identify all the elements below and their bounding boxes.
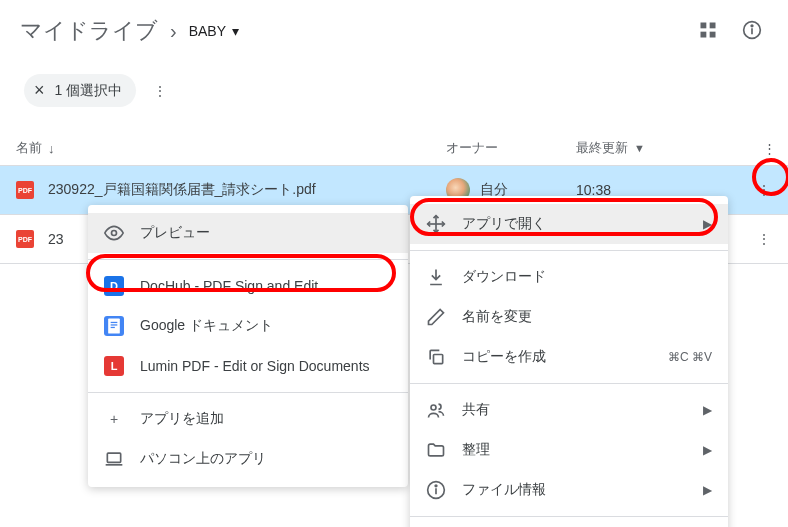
menu-app-item[interactable]: Google ドキュメント: [88, 306, 408, 346]
row-more-icon[interactable]: ⋮: [752, 227, 776, 251]
divider: [88, 259, 408, 260]
svg-point-7: [112, 231, 117, 236]
file-name-cell: PDF 230922_戸籍国籍関係届書_請求シート.pdf: [16, 181, 446, 199]
th-name-label: 名前: [16, 139, 42, 157]
menu-trash[interactable]: ゴミ箱に移動: [410, 523, 728, 527]
info-icon: [426, 480, 446, 500]
divider: [410, 516, 728, 517]
svg-point-17: [431, 405, 436, 410]
svg-point-20: [435, 485, 437, 487]
th-actions[interactable]: ⋮: [726, 139, 786, 157]
plus-icon: +: [104, 409, 124, 429]
menu-label: Google ドキュメント: [140, 317, 392, 335]
svg-rect-16: [434, 355, 443, 364]
menu-label: ファイル情報: [462, 481, 687, 499]
dropdown-caret-icon: ▾: [232, 23, 239, 39]
svg-rect-3: [710, 32, 716, 38]
eye-icon: [104, 223, 124, 243]
selection-bar: × 1 個選択中 ⋮: [0, 66, 788, 115]
menu-share[interactable]: 共有 ▶: [410, 390, 728, 430]
breadcrumb: マイドライブ › BABY ▾: [0, 0, 788, 62]
menu-label: コピーを作成: [462, 348, 652, 366]
pdf-icon: PDF: [16, 230, 34, 248]
arrow-down-icon: ↓: [48, 141, 55, 156]
file-name: 23: [48, 231, 64, 247]
table-header: 名前 ↓ オーナー 最終更新 ▼ ⋮: [0, 131, 788, 166]
copy-icon: [426, 347, 446, 367]
chevron-right-icon: ▶: [703, 217, 712, 231]
laptop-icon: [104, 449, 124, 469]
file-name: 230922_戸籍国籍関係届書_請求シート.pdf: [48, 181, 316, 199]
row-more-icon[interactable]: ⋮: [752, 178, 776, 202]
move-icon: [426, 214, 446, 234]
menu-file-info[interactable]: ファイル情報 ▶: [410, 470, 728, 510]
menu-rename[interactable]: 名前を変更: [410, 297, 728, 337]
menu-add-app[interactable]: + アプリを追加: [88, 399, 408, 439]
selection-chip: × 1 個選択中: [24, 74, 136, 107]
breadcrumb-current[interactable]: BABY ▾: [189, 23, 239, 39]
share-icon: [426, 400, 446, 420]
svg-rect-8: [108, 319, 120, 334]
menu-app-item[interactable]: DDocHub - PDF Sign and Edit: [88, 266, 408, 306]
download-icon: [426, 267, 446, 287]
menu-open-with[interactable]: アプリで開く ▶: [410, 204, 728, 244]
chevron-right-icon: ▶: [703, 443, 712, 457]
th-modified[interactable]: 最終更新 ▼: [576, 139, 726, 157]
th-name[interactable]: 名前 ↓: [16, 139, 446, 157]
chevron-right-icon: ▶: [703, 483, 712, 497]
context-menu: アプリで開く ▶ ダウンロード 名前を変更 コピーを作成 ⌘C ⌘V 共有 ▶ …: [410, 196, 728, 527]
menu-label: ダウンロード: [462, 268, 712, 286]
pencil-icon: [426, 307, 446, 327]
info-icon[interactable]: [740, 18, 764, 42]
header-actions: [696, 18, 764, 42]
menu-label: 共有: [462, 401, 687, 419]
menu-label: 整理: [462, 441, 687, 459]
menu-desktop-app[interactable]: パソコン上のアプリ: [88, 439, 408, 479]
open-with-submenu: プレビュー DDocHub - PDF Sign and EditGoogle …: [88, 205, 408, 487]
svg-rect-2: [701, 32, 707, 38]
svg-rect-12: [107, 453, 120, 462]
breadcrumb-current-label: BABY: [189, 23, 226, 39]
th-owner[interactable]: オーナー: [446, 139, 576, 157]
menu-organize[interactable]: 整理 ▶: [410, 430, 728, 470]
menu-label: 名前を変更: [462, 308, 712, 326]
divider: [88, 392, 408, 393]
divider: [410, 383, 728, 384]
menu-download[interactable]: ダウンロード: [410, 257, 728, 297]
menu-label: パソコン上のアプリ: [140, 450, 392, 468]
menu-label: アプリを追加: [140, 410, 392, 428]
svg-rect-10: [111, 324, 118, 325]
svg-rect-11: [111, 327, 115, 328]
menu-copy[interactable]: コピーを作成 ⌘C ⌘V: [410, 337, 728, 377]
divider: [410, 250, 728, 251]
folder-icon: [426, 440, 446, 460]
close-icon[interactable]: ×: [34, 80, 45, 101]
more-vert-icon[interactable]: ⋮: [148, 79, 172, 103]
svg-rect-9: [111, 322, 118, 323]
th-modified-label: 最終更新: [576, 139, 628, 157]
keyboard-shortcut: ⌘C ⌘V: [668, 350, 712, 364]
pdf-icon: PDF: [16, 181, 34, 199]
menu-label: Lumin PDF - Edit or Sign Documents: [140, 358, 392, 374]
app-icon: D: [104, 276, 124, 296]
menu-preview[interactable]: プレビュー: [88, 213, 408, 253]
dropdown-caret-icon: ▼: [634, 142, 645, 154]
grid-view-icon[interactable]: [696, 18, 720, 42]
menu-label: プレビュー: [140, 224, 392, 242]
menu-app-item[interactable]: LLumin PDF - Edit or Sign Documents: [88, 346, 408, 386]
svg-rect-1: [710, 23, 716, 29]
menu-label: アプリで開く: [462, 215, 687, 233]
chevron-right-icon: ▶: [703, 403, 712, 417]
svg-point-6: [751, 25, 753, 27]
breadcrumb-root[interactable]: マイドライブ: [20, 16, 158, 46]
app-icon: L: [104, 356, 124, 376]
chevron-right-icon: ›: [170, 20, 177, 43]
selection-count: 1 個選択中: [55, 82, 123, 100]
svg-rect-0: [701, 23, 707, 29]
app-icon: [104, 316, 124, 336]
menu-label: DocHub - PDF Sign and Edit: [140, 278, 392, 294]
